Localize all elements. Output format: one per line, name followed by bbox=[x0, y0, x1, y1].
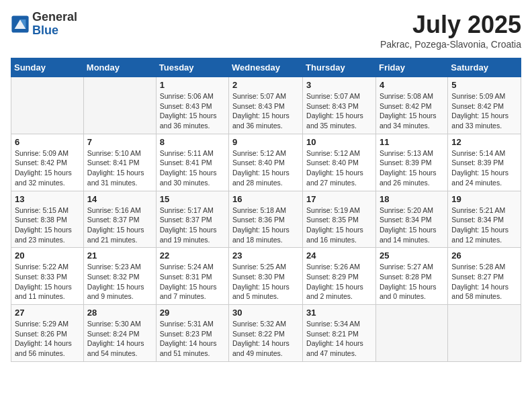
day-info: Sunrise: 5:15 AM Sunset: 8:38 PM Dayligh… bbox=[15, 205, 80, 245]
day-number: 13 bbox=[15, 194, 80, 204]
day-info: Sunrise: 5:08 AM Sunset: 8:42 PM Dayligh… bbox=[380, 91, 444, 131]
day-number: 18 bbox=[380, 194, 444, 204]
day-info: Sunrise: 5:06 AM Sunset: 8:43 PM Dayligh… bbox=[160, 91, 225, 131]
calendar-week-row: 13Sunrise: 5:15 AM Sunset: 8:38 PM Dayli… bbox=[11, 191, 521, 248]
calendar-day-cell bbox=[11, 77, 84, 134]
calendar-day-cell: 25Sunrise: 5:27 AM Sunset: 8:28 PM Dayli… bbox=[375, 248, 447, 305]
day-info: Sunrise: 5:19 AM Sunset: 8:35 PM Dayligh… bbox=[306, 205, 372, 245]
day-info: Sunrise: 5:20 AM Sunset: 8:34 PM Dayligh… bbox=[380, 205, 444, 245]
day-number: 7 bbox=[87, 137, 152, 147]
logo-icon bbox=[11, 15, 30, 34]
calendar-day-cell: 28Sunrise: 5:30 AM Sunset: 8:24 PM Dayli… bbox=[83, 305, 156, 362]
day-of-week-header: Wednesday bbox=[229, 58, 303, 77]
day-number: 20 bbox=[15, 250, 80, 261]
day-info: Sunrise: 5:18 AM Sunset: 8:36 PM Dayligh… bbox=[232, 205, 299, 245]
day-info: Sunrise: 5:14 AM Sunset: 8:39 PM Dayligh… bbox=[451, 148, 517, 188]
calendar-day-cell: 26Sunrise: 5:28 AM Sunset: 8:27 PM Dayli… bbox=[448, 248, 521, 305]
logo-text: General Blue bbox=[32, 11, 77, 38]
calendar-day-cell: 31Sunrise: 5:34 AM Sunset: 8:21 PM Dayli… bbox=[303, 305, 376, 362]
calendar-day-cell: 4Sunrise: 5:08 AM Sunset: 8:42 PM Daylig… bbox=[375, 77, 447, 134]
calendar-week-row: 27Sunrise: 5:29 AM Sunset: 8:26 PM Dayli… bbox=[11, 305, 521, 362]
day-info: Sunrise: 5:30 AM Sunset: 8:24 PM Dayligh… bbox=[87, 319, 152, 359]
calendar-day-cell: 22Sunrise: 5:24 AM Sunset: 8:31 PM Dayli… bbox=[156, 248, 228, 305]
day-number: 8 bbox=[160, 137, 225, 147]
title-block: July 2025 Pakrac, Pozega-Slavonia, Croat… bbox=[380, 11, 521, 50]
calendar-day-cell: 13Sunrise: 5:15 AM Sunset: 8:38 PM Dayli… bbox=[11, 191, 84, 248]
day-of-week-header: Thursday bbox=[303, 58, 376, 77]
calendar-day-cell: 15Sunrise: 5:17 AM Sunset: 8:37 PM Dayli… bbox=[156, 191, 228, 248]
day-number: 21 bbox=[87, 250, 152, 261]
day-info: Sunrise: 5:07 AM Sunset: 8:43 PM Dayligh… bbox=[232, 91, 299, 131]
location: Pakrac, Pozega-Slavonia, Croatia bbox=[380, 39, 521, 50]
day-of-week-header: Sunday bbox=[11, 58, 84, 77]
day-number: 9 bbox=[232, 137, 299, 147]
day-number: 6 bbox=[15, 137, 80, 147]
calendar-day-cell: 10Sunrise: 5:12 AM Sunset: 8:40 PM Dayli… bbox=[303, 134, 376, 191]
days-of-week-row: SundayMondayTuesdayWednesdayThursdayFrid… bbox=[11, 58, 521, 77]
logo-blue: Blue bbox=[32, 24, 77, 38]
day-info: Sunrise: 5:29 AM Sunset: 8:26 PM Dayligh… bbox=[15, 319, 80, 359]
calendar-day-cell: 1Sunrise: 5:06 AM Sunset: 8:43 PM Daylig… bbox=[156, 77, 228, 134]
day-info: Sunrise: 5:22 AM Sunset: 8:33 PM Dayligh… bbox=[15, 262, 80, 302]
day-number: 1 bbox=[160, 80, 225, 90]
day-info: Sunrise: 5:23 AM Sunset: 8:32 PM Dayligh… bbox=[87, 262, 152, 302]
day-info: Sunrise: 5:17 AM Sunset: 8:37 PM Dayligh… bbox=[160, 205, 225, 245]
day-number: 15 bbox=[160, 194, 225, 204]
calendar-day-cell: 24Sunrise: 5:26 AM Sunset: 8:29 PM Dayli… bbox=[303, 248, 376, 305]
day-number: 29 bbox=[160, 308, 225, 318]
day-number: 14 bbox=[87, 194, 152, 204]
day-number: 28 bbox=[87, 308, 152, 318]
calendar-week-row: 1Sunrise: 5:06 AM Sunset: 8:43 PM Daylig… bbox=[11, 77, 521, 134]
day-info: Sunrise: 5:24 AM Sunset: 8:31 PM Dayligh… bbox=[160, 262, 225, 302]
day-info: Sunrise: 5:31 AM Sunset: 8:23 PM Dayligh… bbox=[160, 319, 225, 359]
day-of-week-header: Tuesday bbox=[156, 58, 228, 77]
day-number: 3 bbox=[306, 80, 372, 90]
calendar-day-cell: 7Sunrise: 5:10 AM Sunset: 8:41 PM Daylig… bbox=[83, 134, 156, 191]
day-info: Sunrise: 5:16 AM Sunset: 8:37 PM Dayligh… bbox=[87, 205, 152, 245]
month-title: July 2025 bbox=[380, 11, 521, 39]
day-of-week-header: Friday bbox=[375, 58, 447, 77]
calendar-day-cell: 3Sunrise: 5:07 AM Sunset: 8:43 PM Daylig… bbox=[303, 77, 376, 134]
day-number: 16 bbox=[232, 194, 299, 204]
calendar-day-cell bbox=[83, 77, 156, 134]
day-number: 22 bbox=[160, 250, 225, 261]
day-number: 17 bbox=[306, 194, 372, 204]
calendar-day-cell: 5Sunrise: 5:09 AM Sunset: 8:42 PM Daylig… bbox=[448, 77, 521, 134]
day-number: 19 bbox=[451, 194, 517, 204]
day-number: 5 bbox=[451, 80, 517, 90]
day-of-week-header: Saturday bbox=[448, 58, 521, 77]
calendar-week-row: 6Sunrise: 5:09 AM Sunset: 8:42 PM Daylig… bbox=[11, 134, 521, 191]
day-info: Sunrise: 5:09 AM Sunset: 8:42 PM Dayligh… bbox=[451, 91, 517, 131]
day-info: Sunrise: 5:27 AM Sunset: 8:28 PM Dayligh… bbox=[380, 262, 444, 302]
day-info: Sunrise: 5:09 AM Sunset: 8:42 PM Dayligh… bbox=[15, 148, 80, 188]
calendar-week-row: 20Sunrise: 5:22 AM Sunset: 8:33 PM Dayli… bbox=[11, 248, 521, 305]
calendar-day-cell bbox=[448, 305, 521, 362]
day-number: 26 bbox=[451, 250, 517, 261]
day-info: Sunrise: 5:21 AM Sunset: 8:34 PM Dayligh… bbox=[451, 205, 517, 245]
day-number: 10 bbox=[306, 137, 372, 147]
calendar-day-cell: 29Sunrise: 5:31 AM Sunset: 8:23 PM Dayli… bbox=[156, 305, 228, 362]
calendar-day-cell: 23Sunrise: 5:25 AM Sunset: 8:30 PM Dayli… bbox=[229, 248, 303, 305]
day-number: 11 bbox=[380, 137, 444, 147]
page-header: General Blue July 2025 Pakrac, Pozega-Sl… bbox=[11, 11, 521, 50]
calendar-day-cell: 12Sunrise: 5:14 AM Sunset: 8:39 PM Dayli… bbox=[448, 134, 521, 191]
day-info: Sunrise: 5:07 AM Sunset: 8:43 PM Dayligh… bbox=[306, 91, 372, 131]
calendar-day-cell: 30Sunrise: 5:32 AM Sunset: 8:22 PM Dayli… bbox=[229, 305, 303, 362]
day-info: Sunrise: 5:10 AM Sunset: 8:41 PM Dayligh… bbox=[87, 148, 152, 188]
day-info: Sunrise: 5:12 AM Sunset: 8:40 PM Dayligh… bbox=[306, 148, 372, 188]
day-number: 4 bbox=[380, 80, 444, 90]
day-number: 31 bbox=[306, 308, 372, 318]
calendar-day-cell: 19Sunrise: 5:21 AM Sunset: 8:34 PM Dayli… bbox=[448, 191, 521, 248]
day-of-week-header: Monday bbox=[83, 58, 156, 77]
day-number: 30 bbox=[232, 308, 299, 318]
day-number: 25 bbox=[380, 250, 444, 261]
day-info: Sunrise: 5:34 AM Sunset: 8:21 PM Dayligh… bbox=[306, 319, 372, 359]
calendar-day-cell: 8Sunrise: 5:11 AM Sunset: 8:41 PM Daylig… bbox=[156, 134, 228, 191]
logo: General Blue bbox=[11, 11, 77, 38]
day-info: Sunrise: 5:11 AM Sunset: 8:41 PM Dayligh… bbox=[160, 148, 225, 188]
day-info: Sunrise: 5:25 AM Sunset: 8:30 PM Dayligh… bbox=[232, 262, 299, 302]
calendar-day-cell: 21Sunrise: 5:23 AM Sunset: 8:32 PM Dayli… bbox=[83, 248, 156, 305]
day-number: 27 bbox=[15, 308, 80, 318]
calendar-table: SundayMondayTuesdayWednesdayThursdayFrid… bbox=[11, 58, 521, 362]
day-number: 12 bbox=[451, 137, 517, 147]
